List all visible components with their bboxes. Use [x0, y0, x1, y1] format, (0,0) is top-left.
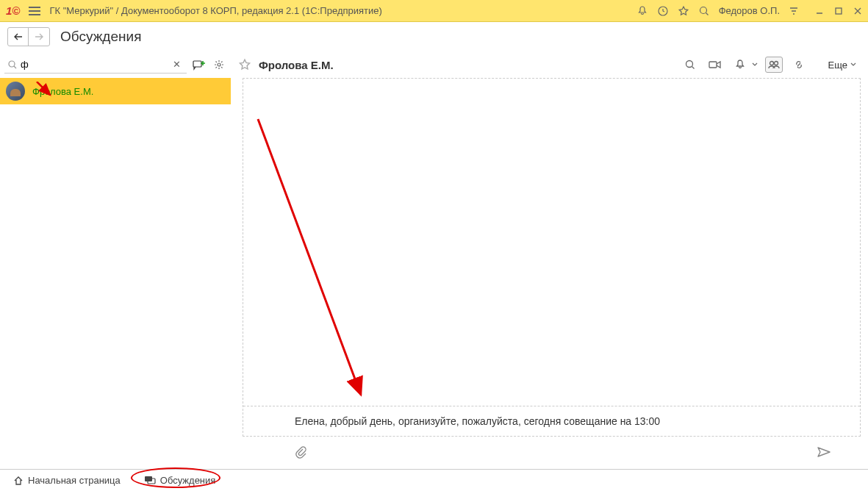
search-icon[interactable]	[698, 5, 710, 17]
message-input-area	[243, 406, 860, 436]
annotation-ellipse	[131, 467, 220, 488]
minimize-icon[interactable]	[815, 7, 824, 15]
search-input[interactable]	[18, 57, 170, 71]
svg-point-7	[686, 61, 692, 68]
close-icon[interactable]	[853, 7, 862, 15]
app-title: ГК "Меркурий" / Документооборот 8 КОРП, …	[49, 5, 630, 16]
search-field-wrap: ✕	[4, 56, 187, 74]
svg-point-1	[700, 7, 706, 13]
menu-button[interactable]	[26, 4, 43, 18]
svg-rect-4	[193, 61, 201, 67]
maximize-icon[interactable]	[834, 7, 843, 15]
message-area	[243, 79, 860, 406]
history-icon[interactable]	[657, 5, 669, 17]
star-icon[interactable]	[678, 5, 689, 17]
more-label: Еще	[828, 60, 847, 71]
filter-icon[interactable]	[789, 6, 799, 16]
sidebar: ✕ Фролова Е.М.	[0, 51, 231, 469]
clear-search-icon[interactable]: ✕	[170, 59, 184, 70]
nav-forward-button[interactable]	[29, 28, 49, 46]
search-chat-icon[interactable]	[681, 57, 699, 73]
contact-name: Фролова Е.М.	[32, 86, 93, 97]
chevron-down-icon[interactable]	[752, 60, 758, 70]
bell-icon[interactable]	[636, 5, 648, 17]
paperclip-icon[interactable]	[294, 445, 307, 459]
svg-point-5	[218, 63, 220, 66]
nav-buttons	[7, 27, 50, 46]
gear-icon[interactable]	[212, 57, 226, 72]
nav-back-button[interactable]	[8, 28, 29, 46]
app-logo: 1©	[6, 4, 20, 17]
tab-discussions[interactable]: Обсуждения	[138, 473, 222, 487]
user-name[interactable]: Федоров О.П.	[719, 5, 780, 16]
svg-rect-8	[709, 62, 717, 68]
message-input[interactable]	[295, 415, 838, 427]
home-icon	[13, 476, 24, 486]
contact-item[interactable]: Фролова Е.М.	[0, 78, 231, 104]
chat-body	[243, 78, 861, 437]
svg-rect-2	[836, 8, 842, 14]
svg-point-10	[774, 62, 778, 65]
star-outline-icon[interactable]	[238, 58, 251, 71]
search-icon	[7, 60, 18, 70]
avatar	[6, 82, 25, 101]
page-title: Обсуждения	[60, 29, 141, 45]
add-conversation-icon[interactable]	[191, 57, 207, 72]
link-icon[interactable]	[790, 57, 808, 73]
bottom-tabs: Начальная страница Обсуждения	[0, 469, 868, 491]
chat-pane: Фролова Е.М. Еще	[231, 51, 868, 469]
svg-line-11	[258, 119, 361, 395]
send-icon[interactable]	[817, 446, 831, 458]
video-icon[interactable]	[706, 57, 724, 73]
subheader: Обсуждения	[0, 22, 868, 51]
contact-list: Фролова Е.М.	[0, 78, 231, 469]
annotation-arrow-icon	[251, 115, 383, 409]
tab-home-label: Начальная страница	[28, 475, 121, 486]
bell-icon[interactable]	[731, 57, 749, 73]
more-button[interactable]: Еще	[824, 58, 861, 72]
titlebar: 1© ГК "Меркурий" / Документооборот 8 КОР…	[0, 0, 868, 22]
tab-home[interactable]: Начальная страница	[7, 473, 126, 487]
chat-title: Фролова Е.М.	[259, 59, 674, 71]
svg-point-9	[770, 62, 773, 65]
svg-point-3	[9, 61, 15, 67]
chevron-down-icon	[850, 62, 856, 68]
group-icon[interactable]	[765, 57, 783, 73]
